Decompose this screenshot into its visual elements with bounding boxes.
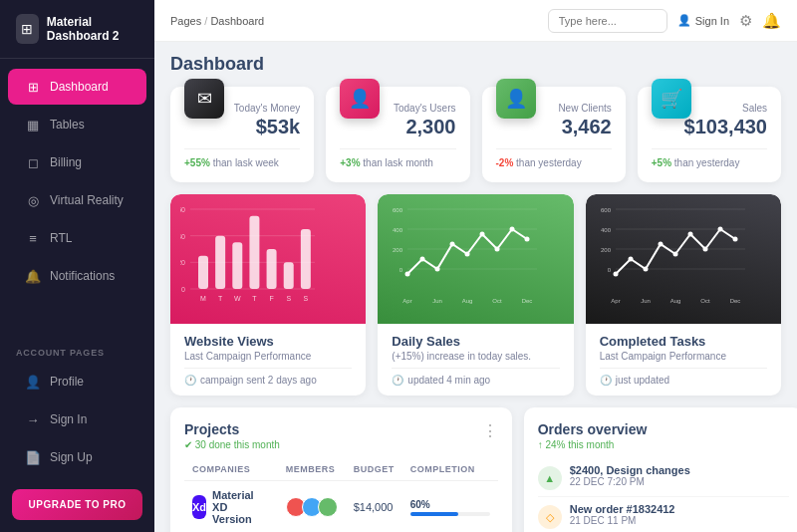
svg-text:200: 200 — [393, 247, 403, 253]
main-content: Pages / Dashboard 👤 Sign In ⚙ 🔔 Dashboar… — [154, 0, 797, 532]
sidebar-account-sign-in[interactable]: →Sign In — [8, 401, 146, 437]
clock-icon: 🕐 — [392, 375, 403, 386]
svg-point-58 — [702, 247, 707, 252]
svg-text:60: 60 — [180, 206, 185, 213]
logo-icon: ⊞ — [16, 14, 39, 44]
stat-change-text-0: than lask week — [213, 157, 279, 168]
stat-icon-0: ✉ — [184, 79, 224, 119]
svg-text:600: 600 — [601, 207, 612, 213]
sidebar-logo: ⊞ Material Dashboard 2 — [0, 0, 154, 59]
chart-title-0: Website Views — [184, 334, 352, 349]
svg-text:40: 40 — [180, 233, 185, 240]
order-item-1: ◇ New order #1832412 21 DEC 11 PM — [538, 497, 789, 532]
svg-point-33 — [450, 242, 455, 247]
order-details-1: New order #1832412 21 DEC 11 PM — [570, 503, 789, 526]
order-date-1: 21 DEC 11 PM — [570, 515, 789, 526]
search-input[interactable] — [548, 9, 667, 33]
svg-text:S: S — [304, 295, 309, 302]
projects-col-companies: COMPANIES — [184, 458, 278, 481]
nav-label: Sign Up — [50, 450, 93, 464]
nav-label: Tables — [50, 118, 85, 132]
projects-menu-icon[interactable]: ⋮ — [482, 421, 498, 440]
stat-card-0: ✉ Today's Money $53k +55% than lask week — [170, 87, 314, 182]
svg-text:Dec: Dec — [522, 298, 533, 304]
sidebar-account-sign-up[interactable]: 📄Sign Up — [8, 439, 146, 475]
chart-card-0: 0204060MTWTFSS Website Views Last Campai… — [170, 194, 366, 396]
sidebar-item-virtual-reality[interactable]: ◎Virtual Reality — [8, 182, 146, 218]
chart-visual-1: 6004002000AprJunAugOctDec — [378, 194, 573, 324]
stat-change-text-1: than lask month — [363, 157, 433, 168]
chart-title-2: Completed Tasks — [600, 334, 767, 349]
breadcrumb-area: Pages / Dashboard — [170, 15, 264, 27]
projects-col-completion: COMPLETION — [402, 458, 498, 481]
nav-label: Notifications — [50, 269, 115, 283]
chart-footer-1: 🕐 updated 4 min ago — [392, 368, 559, 386]
stat-footer-2: -2% than yesterday — [496, 148, 612, 168]
stat-value-2: 3,462 — [496, 116, 612, 138]
nav-icon: ◻ — [24, 153, 42, 171]
svg-text:0: 0 — [399, 267, 403, 273]
nav-icon: 👤 — [24, 373, 42, 391]
svg-text:T: T — [218, 295, 223, 302]
bottom-row: Projects ✔ 30 done this month ⋮ COMPANIE… — [170, 407, 781, 532]
order-date-0: 22 DEC 7:20 PM — [570, 476, 789, 487]
settings-icon[interactable]: ⚙ — [739, 12, 752, 30]
stat-change-1: +3% — [340, 157, 360, 168]
svg-text:400: 400 — [393, 227, 403, 233]
order-icon-1: ◇ — [538, 505, 562, 529]
sidebar-item-notifications[interactable]: 🔔Notifications — [8, 258, 146, 294]
notifications-icon[interactable]: 🔔 — [762, 12, 781, 30]
stat-footer-1: +3% than lask month — [340, 148, 455, 168]
projects-col-budget: BUDGET — [346, 458, 402, 481]
sidebar-account-profile[interactable]: 👤Profile — [8, 364, 146, 399]
svg-point-32 — [435, 267, 440, 272]
sidebar-account: 👤Profile→Sign In📄Sign Up — [0, 362, 154, 477]
chart-footer-0: 🕐 campaign sent 2 days ago — [184, 368, 352, 386]
clock-icon: 🕐 — [184, 375, 196, 386]
progress-fill-0 — [410, 512, 458, 516]
chart-bottom-0: Website Views Last Campaign Performance … — [170, 324, 366, 396]
projects-table-body: Xd Material XD Version $14,000 60% A Add… — [184, 481, 498, 533]
progress-bar-0 — [410, 512, 490, 516]
upgrade-button[interactable]: UPGRADE TO PRO — [12, 489, 142, 520]
chart-visual-0: 0204060MTWTFSS — [170, 194, 366, 324]
sidebar-nav: ⊞Dashboard▦Tables◻Billing◎Virtual Realit… — [0, 59, 154, 336]
svg-point-56 — [672, 252, 677, 257]
content-area: Dashboard ✉ Today's Money $53k +55% than… — [154, 42, 797, 532]
chart-subtitle-2: Last Campaign Performance — [600, 351, 767, 362]
projects-table: COMPANIESMEMBERSBUDGETCOMPLETION Xd Mate… — [184, 458, 498, 532]
stat-icon-3: 🛒 — [652, 79, 691, 119]
order-icon-0: ▲ — [538, 466, 562, 490]
nav-icon: → — [24, 410, 42, 428]
sidebar-item-dashboard[interactable]: ⊞Dashboard — [8, 69, 146, 105]
sign-in-link[interactable]: 👤 Sign In — [677, 14, 729, 27]
sidebar-item-tables[interactable]: ▦Tables — [8, 107, 146, 142]
project-completion-0: 60% — [402, 481, 498, 533]
stat-change-text-2: than yesterday — [516, 157, 582, 168]
nav-label: Profile — [50, 375, 84, 389]
stat-card-1: 👤 Today's Users 2,300 +3% than lask mont… — [326, 87, 469, 182]
account-section-label: ACCOUNT PAGES — [0, 336, 154, 362]
project-company-0: Xd Material XD Version — [184, 481, 278, 533]
svg-text:400: 400 — [601, 227, 612, 233]
svg-point-59 — [717, 227, 722, 232]
projects-table-head: COMPANIESMEMBERSBUDGETCOMPLETION — [184, 458, 498, 481]
svg-point-31 — [420, 257, 425, 262]
sidebar-item-billing[interactable]: ◻Billing — [8, 144, 146, 180]
nav-label: Billing — [50, 155, 82, 169]
breadcrumb: Pages / Dashboard — [170, 15, 264, 27]
svg-text:Apr: Apr — [611, 298, 620, 304]
svg-point-52 — [613, 272, 618, 277]
sidebar-item-rtl[interactable]: ≡RTL — [8, 220, 146, 256]
svg-point-60 — [732, 237, 737, 242]
sidebar: ⊞ Material Dashboard 2 ⊞Dashboard▦Tables… — [0, 0, 154, 532]
svg-point-34 — [465, 252, 470, 257]
projects-col-members: MEMBERS — [278, 458, 346, 481]
nav-icon: ▦ — [24, 116, 42, 133]
svg-text:Apr: Apr — [403, 298, 412, 304]
svg-text:600: 600 — [393, 207, 403, 213]
chart-visual-2: 6004002000AprJunAugOctDec — [586, 194, 781, 324]
svg-rect-16 — [267, 249, 277, 289]
chart-card-2: 6004002000AprJunAugOctDec Completed Task… — [586, 194, 781, 396]
projects-table-header-row: COMPANIESMEMBERSBUDGETCOMPLETION — [184, 458, 498, 481]
